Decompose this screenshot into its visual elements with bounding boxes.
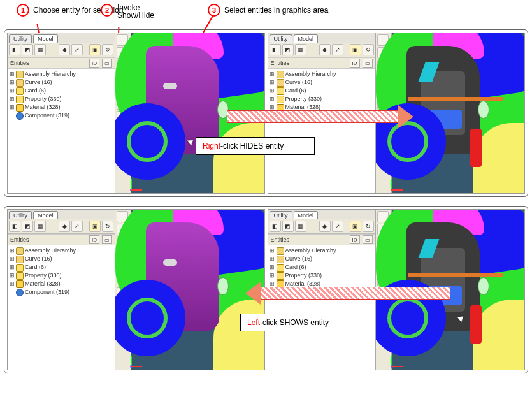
- tab-model[interactable]: Model: [294, 211, 319, 219]
- toolbar-button[interactable]: ◩: [282, 44, 294, 55]
- toolbar-button[interactable]: ◩: [22, 44, 33, 55]
- toolbar-button[interactable]: ⤢: [332, 44, 343, 55]
- tree-item-component[interactable]: Component (319): [9, 112, 113, 120]
- toolbar-button[interactable]: ◧: [9, 221, 20, 232]
- browser-tabs: Utility Model: [8, 210, 115, 219]
- app-window-left-top: Utility Model ◧ ◩ ▦ ◆ ⤢ ▣ ↻ Entities ID …: [7, 33, 265, 194]
- tree-item-assembly[interactable]: ⊞Assembly Hierarchy: [9, 247, 113, 255]
- toolbar-button[interactable]: ⤢: [332, 221, 343, 232]
- right-arrow-icon: [227, 110, 399, 123]
- callout-3-number: 3: [208, 4, 220, 17]
- tree-item-curve[interactable]: ⊞Curve (16): [9, 78, 113, 87]
- callout-3-label: Select entities in graphics area: [224, 6, 328, 15]
- hide-note-prefix: Right: [203, 141, 220, 150]
- callout-3: 3 Select entities in graphics area: [208, 4, 328, 17]
- model-browser: Utility Model ◧ ◩ ▦ ◆ ⤢ ▣ ↻ Entities ID …: [8, 33, 115, 193]
- show-hide-button[interactable]: ↻: [102, 221, 113, 232]
- tab-utility[interactable]: Utility: [270, 34, 292, 43]
- tree-item-curve[interactable]: ⊞Curve (16): [270, 78, 374, 87]
- axis-triad-icon: [131, 353, 145, 367]
- show-hide-button[interactable]: ↻: [363, 221, 374, 232]
- toolbar-button[interactable]: ◆: [319, 44, 331, 55]
- property-icon: [16, 96, 24, 103]
- toolbar-button[interactable]: ◧: [270, 221, 281, 232]
- toolbar-button[interactable]: ▦: [34, 221, 46, 232]
- toolbar-button[interactable]: ◩: [22, 221, 33, 232]
- axis-triad-icon: [131, 177, 145, 191]
- car-model: [128, 210, 264, 370]
- browser-toolbar: ◧◩▦◆⤢▣↻: [268, 219, 375, 234]
- hide-note-rest: -click HIDES entity: [220, 141, 284, 150]
- entities-header: Entities ID ▭: [268, 57, 375, 69]
- selector-entity-button[interactable]: ▣: [89, 44, 101, 55]
- tree-item-property[interactable]: ⊞Property (330): [9, 95, 113, 103]
- entities-header-button[interactable]: ▭: [102, 59, 112, 68]
- browser-toolbar: ◧◩▦◆⤢▣↻: [8, 219, 115, 234]
- toolbar-button[interactable]: ◧: [9, 44, 20, 55]
- hierarchy-icon: [16, 71, 24, 78]
- show-note: Left-click SHOWS entity: [240, 314, 356, 331]
- entities-header-button[interactable]: ▭: [363, 235, 373, 244]
- hide-note: Right-click HIDES entity: [196, 137, 315, 155]
- callout-1-number: 1: [17, 4, 29, 17]
- tab-model[interactable]: Model: [33, 34, 58, 43]
- curve-icon: [16, 79, 24, 87]
- browser-tabs: Utility Model: [268, 33, 375, 43]
- tab-utility[interactable]: Utility: [9, 211, 32, 219]
- toolbar-button[interactable]: ◆: [319, 221, 331, 232]
- tree-item-card[interactable]: ⊞Card (6): [9, 263, 113, 272]
- selector-entity-button[interactable]: ▣: [350, 221, 361, 232]
- left-arrow-icon: [259, 287, 450, 300]
- callout-2-label: Invoke Show/Hide: [117, 4, 154, 19]
- tree-item-card[interactable]: ⊞Card (6): [270, 263, 374, 272]
- callout-2-number: 2: [101, 4, 113, 17]
- graphics-area[interactable]: [115, 210, 264, 370]
- selector-entity-button[interactable]: ▣: [350, 44, 361, 55]
- entities-header-button[interactable]: ▭: [363, 59, 373, 68]
- tree-item-property[interactable]: ⊞Property (330): [9, 272, 113, 280]
- selector-entity-button[interactable]: ▣: [89, 221, 101, 232]
- show-hide-button[interactable]: ↻: [363, 44, 374, 55]
- tree-item-material[interactable]: ⊞Material (328): [9, 280, 113, 288]
- tree-item-curve[interactable]: ⊞Curve (16): [270, 255, 374, 263]
- browser-toolbar: ◧ ◩ ▦ ◆ ⤢ ▣ ↻: [8, 43, 115, 57]
- tree-item-assembly[interactable]: ⊞Assembly Hierarchy: [270, 70, 374, 78]
- tab-model[interactable]: Model: [33, 211, 58, 219]
- entities-header-label: Entities: [10, 60, 87, 66]
- toolbar-button[interactable]: ▦: [34, 44, 46, 55]
- card-icon: [16, 87, 24, 95]
- toolbar-button[interactable]: ⤢: [71, 221, 83, 232]
- tree-item-card[interactable]: ⊞Card (6): [9, 87, 113, 95]
- toolbar-button[interactable]: ◩: [282, 221, 294, 232]
- tab-model[interactable]: Model: [294, 34, 319, 43]
- entity-tree: ⊞Assembly Hierarchy ⊞Curve (16) ⊞Card (6…: [8, 69, 115, 121]
- show-hide-button[interactable]: ↻: [102, 44, 113, 55]
- browser-tabs: Utility Model: [8, 33, 115, 43]
- tree-item-assembly[interactable]: ⊞Assembly Hierarchy: [9, 70, 113, 78]
- tree-item-component[interactable]: Component (319): [9, 288, 113, 296]
- app-window-left-bottom: Utility Model ◧◩▦◆⤢▣↻ Entities ID ▭ ⊞Ass…: [7, 209, 265, 370]
- tree-item-curve[interactable]: ⊞Curve (16): [9, 255, 113, 263]
- bottom-panel-pair: Utility Model ◧◩▦◆⤢▣↻ Entities ID ▭ ⊞Ass…: [4, 206, 528, 373]
- toolbar-button[interactable]: ◆: [59, 44, 70, 55]
- toolbar-button[interactable]: ◧: [270, 44, 281, 55]
- entity-tree: ⊞Assembly Hierarchy ⊞Curve (16) ⊞Card (6…: [8, 245, 115, 298]
- tree-item-property[interactable]: ⊞Property (330): [270, 272, 374, 280]
- toolbar-button[interactable]: ▦: [295, 221, 306, 232]
- entities-header: Entities ID ▭: [268, 234, 375, 245]
- show-note-prefix: Left: [247, 318, 260, 327]
- entities-header-button[interactable]: ▭: [102, 235, 112, 244]
- tree-item-card[interactable]: ⊞Card (6): [270, 87, 374, 95]
- entities-header: Entities ID ▭: [8, 234, 115, 245]
- component-icon: [16, 112, 24, 120]
- toolbar-button[interactable]: ▦: [295, 44, 306, 55]
- callout-2: 2 Invoke Show/Hide: [101, 4, 154, 19]
- tree-item-assembly[interactable]: ⊞Assembly Hierarchy: [270, 247, 374, 255]
- tree-item-property[interactable]: ⊞Property (330): [270, 95, 374, 103]
- toolbar-button[interactable]: ◆: [59, 221, 70, 232]
- tab-utility[interactable]: Utility: [9, 34, 32, 43]
- tree-item-material[interactable]: ⊞Material (328): [9, 103, 113, 112]
- tab-utility[interactable]: Utility: [270, 211, 292, 219]
- toolbar-button[interactable]: ⤢: [71, 44, 83, 55]
- show-note-rest: -click SHOWS entity: [260, 318, 329, 327]
